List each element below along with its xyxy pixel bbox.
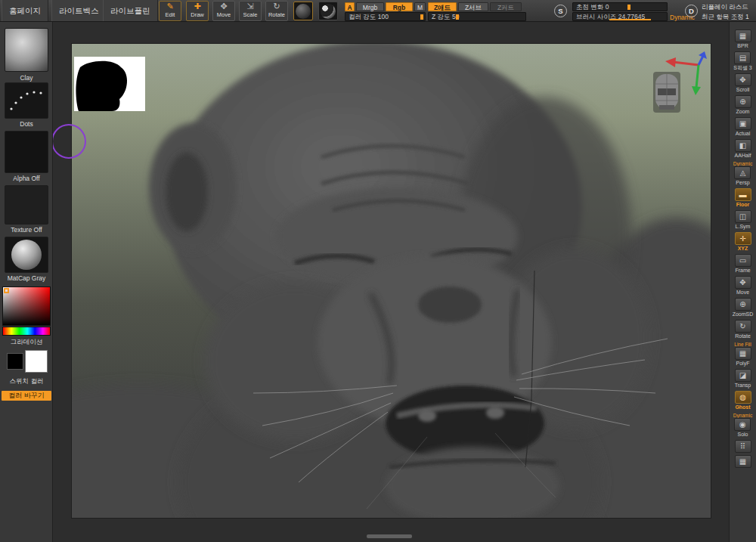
- right-panel-item-polyf[interactable]: Line Fill▦PolyF: [734, 342, 751, 367]
- alpha-name-label: Alpha Off: [0, 175, 53, 182]
- right-panel-item-label: Solo: [737, 431, 748, 438]
- tab-homepage[interactable]: 홈페이지: [2, 0, 48, 21]
- local-symmetry-icon: ◫: [735, 210, 751, 223]
- sculpt-canvas[interactable]: [72, 44, 711, 518]
- rotate-arrow-icon: ↻: [266, 2, 287, 11]
- current-material-thumbnail[interactable]: [5, 237, 48, 273]
- right-panel-item-actual[interactable]: ▣Actual: [735, 117, 751, 137]
- color-picker-cursor[interactable]: [4, 288, 9, 293]
- hue-strip[interactable]: [2, 327, 51, 336]
- dots-menu-icon: ⠿: [735, 440, 751, 453]
- stroke-preview[interactable]: [318, 2, 338, 20]
- right-panel-item-s-3[interactable]: ▤S픽셀 3: [733, 51, 752, 71]
- orientation-gizmo[interactable]: [656, 48, 709, 101]
- right-panel-item-l-sym[interactable]: ◫L.Sym: [735, 210, 751, 230]
- dots-stroke-icon: [5, 83, 48, 118]
- rgb-intensity-label: 컬러 강도 100: [349, 13, 389, 20]
- polyframe-icon: ▦: [735, 347, 751, 360]
- brush-preview[interactable]: [293, 2, 313, 20]
- rgb-intensity-slider[interactable]: 컬러 강도 100: [345, 12, 426, 21]
- rgb-a-button[interactable]: A: [345, 2, 355, 11]
- aahalf-icon: ◧: [735, 139, 751, 152]
- brush-cursor-ring: [53, 124, 86, 159]
- brush-cross-icon: ✚: [187, 2, 208, 11]
- right-panel-item-dots-menu-icon[interactable]: ⠿: [735, 440, 751, 453]
- focal-shift-slider[interactable]: 초점 변화 0: [572, 2, 668, 11]
- zadd-button[interactable]: Z애드: [428, 2, 457, 11]
- top-toolbar: 홈페이지 라이트벡스 라이브플린 ✎ Edit ✚ Draw ✥ Move ⇲ …: [0, 0, 756, 22]
- floor-grid-icon: ▬: [735, 188, 751, 201]
- rgb-button[interactable]: Rgb: [386, 2, 413, 11]
- current-stroke-thumbnail[interactable]: [5, 82, 48, 119]
- sculpt-render: [72, 44, 711, 518]
- right-panel-item-solo[interactable]: Dynamic◉Solo: [733, 413, 752, 438]
- move-button[interactable]: ✥ Move: [212, 1, 235, 21]
- slider-handle[interactable]: [420, 14, 423, 20]
- bpr-icon: ▦: [735, 29, 751, 42]
- stroke-badge-icon[interactable]: S: [554, 5, 567, 17]
- recent-adjust-button[interactable]: 최근 항목 조정 1: [702, 13, 749, 22]
- right-panel-item-transp[interactable]: ◪Transp: [735, 369, 751, 389]
- document-area: [53, 22, 729, 542]
- draw-button[interactable]: ✚ Draw: [186, 1, 209, 21]
- slider-handle[interactable]: [456, 14, 459, 20]
- color-picker[interactable]: [2, 286, 51, 326]
- right-panel-item-aahalf[interactable]: ◧AAHalf: [735, 139, 751, 159]
- right-panel-item-persp[interactable]: Dynamic◬Persp: [733, 161, 752, 186]
- tab-liveplugin[interactable]: 라이브플린: [103, 0, 158, 21]
- move-view-icon: ✥: [735, 276, 751, 289]
- scale-button-label: Scale: [240, 11, 261, 18]
- draw-button-label: Draw: [187, 11, 208, 18]
- secondary-color-swatch[interactable]: [7, 353, 23, 370]
- primary-color-swatch[interactable]: [25, 350, 48, 373]
- m-button[interactable]: M: [414, 2, 426, 11]
- scale-arrows-icon: ⇲: [240, 2, 261, 11]
- z-intensity-slider[interactable]: Z 강도 50: [428, 12, 526, 21]
- right-panel-item-bpr[interactable]: ▦BPR: [735, 29, 751, 49]
- right-panel-item-frame[interactable]: ▭Frame: [735, 254, 751, 274]
- right-panel-item-move[interactable]: ✥Move: [735, 276, 751, 296]
- scroll-icon: ✥: [735, 73, 751, 86]
- right-panel-item-rotate[interactable]: ↻Rotate: [735, 320, 751, 339]
- zcut-button[interactable]: Z커트: [490, 2, 522, 11]
- spixel-icon: ▤: [734, 51, 751, 64]
- stroke-curve-icon: [321, 4, 336, 19]
- matcap-sphere-icon: [11, 240, 42, 270]
- right-panel-item-zoom[interactable]: ⊕Zoom: [735, 95, 751, 115]
- slider-fill: [609, 19, 651, 20]
- edit-button-label: Edit: [160, 11, 181, 18]
- draw-size-slider[interactable]: 브러시 사이즈 24.77645: [572, 12, 668, 21]
- current-texture-thumbnail[interactable]: [5, 185, 48, 225]
- tab-lightbox[interactable]: 라이트벡스: [51, 0, 107, 21]
- replay-last-button[interactable]: 리플레이 라스드: [702, 3, 748, 12]
- right-panel-item-label: Floor: [736, 201, 750, 208]
- alpha-quick-preview[interactable]: [74, 57, 145, 111]
- depth-badge-icon[interactable]: D: [685, 5, 698, 17]
- right-panel-item-label: BPR: [737, 42, 748, 49]
- right-panel-item-zoomsd[interactable]: ⊕ZoomSD: [733, 298, 754, 317]
- rotate-button[interactable]: ↻ Rotate: [265, 1, 288, 21]
- horizontal-scrollbar[interactable]: [367, 534, 412, 538]
- material-name-label: MatCap Gray: [0, 274, 53, 282]
- right-panel-item-ghost[interactable]: ◍Ghost: [735, 391, 751, 410]
- slider-handle[interactable]: [627, 5, 631, 10]
- edit-button[interactable]: ✎ Edit: [159, 1, 181, 21]
- focal-shift-label: 초점 변화 0: [576, 3, 609, 11]
- right-panel-item-label: Rotate: [735, 333, 751, 339]
- move-arrows-icon: ✥: [213, 2, 234, 11]
- right-panel-item-label: Scroll: [736, 86, 750, 93]
- scale-button[interactable]: ⇲ Scale: [239, 1, 262, 21]
- current-alpha-thumbnail[interactable]: [5, 131, 48, 173]
- frame-icon: ▭: [735, 254, 751, 267]
- right-panel-item-floor[interactable]: ▬Floor: [735, 188, 751, 208]
- z-intensity-label: Z 강도 50: [432, 13, 459, 20]
- left-shelf: Clay Dots Alpha Off Texture Off MatCap G…: [0, 22, 53, 542]
- move-button-label: Move: [213, 11, 234, 18]
- mrgb-button[interactable]: Mrgb: [356, 2, 384, 11]
- current-brush-thumbnail[interactable]: [5, 28, 48, 72]
- swap-color-button[interactable]: 컬러 바꾸기: [2, 391, 51, 401]
- right-panel-item-grid-menu-icon[interactable]: ▦: [735, 455, 751, 468]
- right-panel-item-xyz[interactable]: ✛XYZ: [735, 232, 751, 252]
- right-panel-item-scroll[interactable]: ✥Scroll: [735, 73, 751, 93]
- zsub-button[interactable]: Z서브: [458, 2, 488, 11]
